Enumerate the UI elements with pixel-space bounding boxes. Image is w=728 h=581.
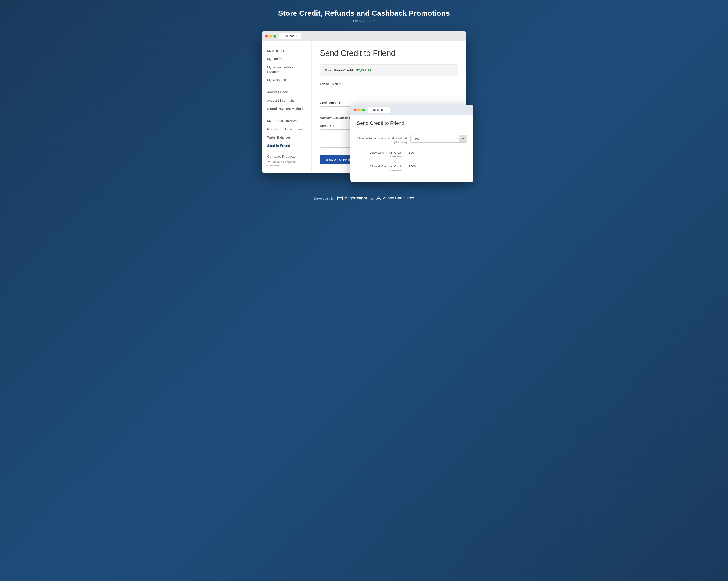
config-min-credit-store-view: [store view] [357, 155, 402, 158]
page-header: Store Credit, Refunds and Cashback Promo… [278, 9, 450, 23]
config-allow-send-store-view: [store view] [357, 140, 407, 144]
compare-text: You have no items to compare. [267, 160, 306, 167]
sidebar-item-product-reviews[interactable]: My Product Reviews [262, 117, 311, 125]
backend-tab[interactable]: Backend × [368, 107, 390, 113]
sidebar-nav: My Account My Orders My Downloadable Pro… [262, 47, 311, 150]
config-max-credit-store-view: [store view] [357, 169, 402, 172]
adobe-icon [375, 196, 382, 201]
frontend-tab[interactable]: Frontend × [279, 33, 301, 39]
adobe-label: Adobe Commerce [383, 196, 414, 201]
config-min-credit-input[interactable] [406, 149, 467, 156]
footer-developed-by: Developed by [314, 196, 335, 200]
sidebar-item-my-account[interactable]: My Account [262, 47, 311, 55]
friend-email-field: Friend Email * [320, 82, 458, 97]
sidebar: My Account My Orders My Downloadable Pro… [262, 41, 312, 173]
footer-magedelight-logo: MageDelight [337, 196, 367, 201]
credit-amount-required-star: * [342, 101, 343, 105]
config-allow-send-label: Allow customer to send credit to friend … [357, 135, 407, 144]
store-credit-bar: Total Store Credit : $2,792.92 [320, 64, 458, 76]
config-allow-send-input-wrap: Yes No ▼ [410, 135, 467, 143]
sidebar-item-send-to-friend[interactable]: Send to Friend [262, 141, 311, 150]
config-max-credit-input-wrap [406, 163, 467, 170]
backend-content: Send Credit to Friend Allow customer to … [350, 115, 473, 182]
footer-for-text: for [369, 196, 373, 200]
config-max-credit-label: Allowed Maximum Credit [store view] [357, 163, 402, 172]
sidebar-item-stored-payment[interactable]: Stored Payment Methods [262, 105, 311, 113]
sidebar-item-downloadable-products[interactable]: My Downloadable Products [262, 63, 311, 76]
config-allow-send-arrow[interactable]: ▼ [459, 135, 467, 142]
frontend-tab-close[interactable]: × [296, 35, 297, 37]
sidebar-item-wallet-balances[interactable]: Wallet Balances [262, 133, 311, 141]
backend-window: Backend × Send Credit to Friend Allow cu… [350, 105, 473, 182]
config-row-allow-send: Allow customer to send credit to friend … [357, 135, 467, 144]
page-footer: Developed by MageDelight for Adobe Comme… [314, 196, 414, 201]
frontend-titlebar: Frontend × [262, 31, 466, 41]
sidebar-item-wish-list[interactable]: My Wish List [262, 76, 311, 84]
credit-amount-label: Credit Amount * [320, 101, 458, 105]
footer-adobe-logo: Adobe Commerce [375, 196, 414, 201]
traffic-lights [265, 35, 276, 37]
main-subtitle: For Magento 2 [278, 19, 450, 23]
sidebar-item-address-book[interactable]: Address Book [262, 88, 311, 96]
config-min-credit-input-wrap [406, 149, 467, 156]
backend-traffic-lights [354, 108, 365, 111]
sidebar-item-account-information[interactable]: Account Information [262, 97, 311, 105]
traffic-light-green[interactable] [274, 35, 276, 37]
magedelight-icon [337, 196, 343, 201]
content-title: Send Credit to Friend [320, 49, 458, 58]
backend-tab-label: Backend [371, 108, 383, 111]
backend-section-title: Send Credit to Friend [357, 120, 467, 129]
sidebar-item-newsletter[interactable]: Newsletter Subscriptions [262, 125, 311, 133]
store-credit-label: Total Store Credit : [324, 68, 355, 72]
compare-title: Compare Products [267, 155, 306, 158]
friend-email-input[interactable] [320, 88, 458, 97]
friend-email-label: Friend Email * [320, 82, 458, 86]
config-allow-send-select-wrap: Yes No ▼ [410, 135, 467, 143]
sidebar-compare: Compare Products You have no items to co… [262, 150, 311, 167]
backend-tl-red[interactable] [354, 108, 357, 111]
remark-required-star: * [333, 124, 334, 128]
magedelight-label: MageDelight [344, 196, 367, 201]
backend-titlebar: Backend × [350, 105, 473, 115]
config-allow-send-select[interactable]: Yes No [411, 135, 459, 142]
browser-wrapper: Frontend × My Account My Orders My Downl… [262, 31, 466, 173]
sidebar-item-my-orders[interactable]: My Orders [262, 55, 311, 63]
config-max-credit-input[interactable] [406, 163, 467, 170]
config-row-min-credit: Allowed Minimum Credit [store view] [357, 149, 467, 158]
main-title: Store Credit, Refunds and Cashback Promo… [278, 9, 450, 18]
frontend-tab-label: Frontend [283, 34, 294, 38]
friend-email-required-star: * [339, 82, 340, 86]
config-min-credit-label: Allowed Minimum Credit [store view] [357, 149, 402, 158]
backend-tl-yellow[interactable] [358, 108, 361, 111]
traffic-light-yellow[interactable] [269, 35, 272, 37]
traffic-light-red[interactable] [265, 35, 268, 37]
backend-tl-green[interactable] [362, 108, 365, 111]
store-credit-value: $2,792.92 [356, 68, 371, 72]
config-row-max-credit: Allowed Maximum Credit [store view] [357, 163, 467, 172]
backend-tab-close[interactable]: × [385, 108, 386, 111]
